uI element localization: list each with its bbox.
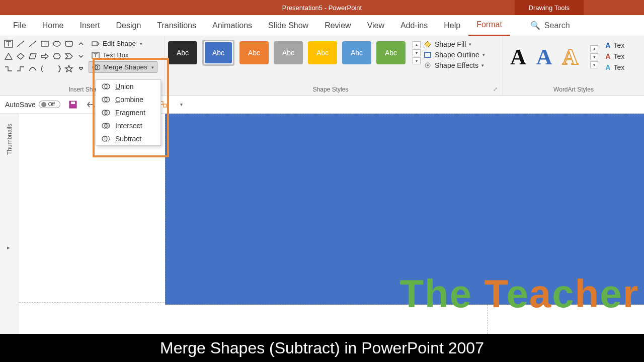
group-wordart-styles: A A A ▲▼▾ ATex ATex ATex WordArt Styles bbox=[503, 36, 644, 95]
merge-shapes-button[interactable]: Merge Shapes ▾ bbox=[89, 61, 157, 73]
edit-shape-button[interactable]: Edit Shape ▾ bbox=[89, 38, 157, 49]
autosave-toggle[interactable]: AutoSave Off bbox=[5, 101, 60, 109]
chevron-down-icon: ▾ bbox=[140, 41, 142, 46]
tab-slideshow[interactable]: Slide Show bbox=[260, 15, 316, 36]
style-thumb-1[interactable]: Abc bbox=[168, 41, 197, 64]
wordart-thumb-2[interactable]: A bbox=[536, 44, 552, 70]
shape-connector-icon[interactable] bbox=[3, 63, 14, 74]
search-label: Search bbox=[544, 21, 570, 30]
slide-editor[interactable]: The Teacher bbox=[19, 114, 644, 334]
shape-outline-button[interactable]: Shape Outline▾ bbox=[424, 51, 485, 59]
tab-file[interactable]: File bbox=[5, 15, 34, 36]
shape-fill-label: Shape Fill bbox=[435, 40, 466, 48]
tell-me-search[interactable]: 🔍 Search bbox=[520, 21, 580, 30]
tab-view[interactable]: View bbox=[359, 15, 392, 36]
tab-design[interactable]: Design bbox=[108, 15, 149, 36]
tab-insert[interactable]: Insert bbox=[71, 15, 108, 36]
chevron-down-icon: ▾ bbox=[469, 42, 471, 47]
qat-dropdown-icon[interactable]: ▾ bbox=[176, 99, 187, 110]
svg-rect-32 bbox=[164, 104, 167, 107]
merge-union[interactable]: Union bbox=[96, 80, 160, 93]
svg-point-10 bbox=[427, 64, 429, 66]
shape-fill-button[interactable]: Shape Fill▾ bbox=[424, 40, 485, 48]
shape-rect-icon[interactable] bbox=[39, 38, 50, 49]
gallery-scrollbar[interactable]: ▲▼▾ bbox=[413, 41, 421, 64]
shape-brace2-icon[interactable] bbox=[51, 63, 62, 74]
slide-canvas-area: ▸ Thumbnails The Teacher bbox=[0, 114, 644, 334]
group-label: Shape Styles bbox=[168, 86, 493, 94]
svg-rect-8 bbox=[425, 52, 431, 57]
shape-effects-label: Shape Effects bbox=[435, 61, 478, 69]
save-icon[interactable] bbox=[67, 99, 78, 110]
merge-combine[interactable]: Combine bbox=[96, 93, 160, 106]
window-title: Presentation5 - PowerPoint bbox=[282, 4, 362, 12]
merge-intersect[interactable]: Intersect bbox=[96, 119, 160, 132]
dialog-launcher-icon[interactable]: ⤢ bbox=[493, 86, 500, 94]
style-thumb-2-selected[interactable]: Abc bbox=[202, 40, 234, 66]
svg-rect-22 bbox=[71, 102, 75, 104]
wordart-thumb-3[interactable]: A bbox=[562, 44, 579, 70]
shape-oval-icon[interactable] bbox=[51, 38, 62, 49]
group-shape-styles: Abc Abc Abc Abc Abc Abc Abc ▲▼▾ Shape Fi… bbox=[165, 36, 503, 95]
style-thumb-4[interactable]: Abc bbox=[274, 41, 303, 64]
undo-icon[interactable] bbox=[86, 99, 97, 110]
chevron-down-icon: ▾ bbox=[481, 63, 484, 68]
shape-effects-button[interactable]: Shape Effects▾ bbox=[424, 61, 485, 69]
shape-gallery[interactable] bbox=[3, 38, 87, 74]
shape-arrow-right-icon[interactable] bbox=[39, 51, 50, 62]
shape-chevron-icon[interactable] bbox=[63, 51, 74, 62]
shape-style-gallery[interactable]: Abc Abc Abc Abc Abc Abc Abc ▲▼▾ bbox=[168, 38, 421, 69]
shape-roundrect-icon[interactable] bbox=[63, 38, 74, 49]
shape-line-icon[interactable] bbox=[15, 38, 26, 49]
style-thumb-7[interactable]: Abc bbox=[376, 41, 406, 64]
tab-format[interactable]: Format bbox=[468, 15, 510, 36]
caption-text: Merge Shapes (Subtract) in PowerPoint 20… bbox=[160, 339, 484, 357]
edit-shape-label: Edit Shape bbox=[103, 40, 136, 47]
text-outline-button[interactable]: ATex bbox=[605, 52, 624, 60]
tab-help[interactable]: Help bbox=[436, 15, 468, 36]
tab-transitions[interactable]: Transitions bbox=[149, 15, 204, 36]
merge-fragment[interactable]: Fragment bbox=[96, 106, 160, 119]
shape-brace-icon[interactable] bbox=[39, 63, 50, 74]
shape-triangle-icon[interactable] bbox=[3, 51, 14, 62]
svg-point-19 bbox=[102, 136, 107, 141]
shape-curve-icon[interactable] bbox=[27, 63, 38, 74]
shape-textbox-icon[interactable] bbox=[3, 38, 14, 49]
tab-review[interactable]: Review bbox=[316, 15, 359, 36]
svg-point-2 bbox=[53, 41, 60, 46]
video-caption: Merge Shapes (Subtract) in PowerPoint 20… bbox=[0, 334, 644, 362]
tab-animations[interactable]: Animations bbox=[204, 15, 260, 36]
title-bar: Presentation5 - PowerPoint Drawing Tools bbox=[0, 0, 644, 15]
gallery-scrollbar[interactable]: ▲▼▾ bbox=[590, 45, 598, 68]
merge-shapes-dropdown: Union Combine Fragment Intersect Subtrac… bbox=[96, 79, 161, 146]
shape-outline-label: Shape Outline bbox=[435, 51, 479, 59]
tab-addins[interactable]: Add-ins bbox=[392, 15, 436, 36]
shape-line2-icon[interactable] bbox=[27, 38, 38, 49]
merge-subtract[interactable]: Subtract bbox=[96, 132, 160, 145]
shape-parallelogram-icon[interactable] bbox=[27, 51, 38, 62]
svg-rect-1 bbox=[41, 41, 48, 46]
text-effects-button[interactable]: ATex bbox=[605, 63, 624, 71]
tab-home[interactable]: Home bbox=[34, 15, 72, 36]
style-thumb-3[interactable]: Abc bbox=[239, 41, 269, 64]
expand-icon[interactable]: ▸ bbox=[7, 244, 10, 251]
wordart-thumb-1[interactable]: A bbox=[510, 44, 526, 70]
shape-hexagon-icon[interactable] bbox=[51, 51, 62, 62]
shape-diamond-icon[interactable] bbox=[15, 51, 26, 62]
gallery-up-icon[interactable] bbox=[75, 38, 87, 49]
text-box-button[interactable]: Text Box bbox=[89, 50, 157, 60]
shape-star-icon[interactable] bbox=[63, 63, 74, 74]
svg-rect-3 bbox=[65, 41, 72, 46]
gallery-down-icon[interactable] bbox=[75, 51, 87, 62]
text-fill-button[interactable]: ATex bbox=[605, 41, 624, 49]
style-thumb-6[interactable]: Abc bbox=[342, 41, 371, 64]
shape-connector2-icon[interactable] bbox=[15, 63, 26, 74]
search-icon: 🔍 bbox=[530, 21, 540, 30]
wordart-gallery[interactable]: A A A ▲▼▾ bbox=[506, 38, 602, 71]
context-tab-drawing-tools[interactable]: Drawing Tools bbox=[515, 0, 584, 15]
gallery-more-icon[interactable] bbox=[75, 63, 87, 74]
thumbnail-panel-collapsed[interactable]: ▸ Thumbnails bbox=[0, 114, 19, 334]
svg-rect-4 bbox=[92, 42, 97, 46]
style-thumb-5[interactable]: Abc bbox=[308, 41, 337, 64]
ribbon-tabs: File Home Insert Design Transitions Anim… bbox=[0, 15, 644, 36]
